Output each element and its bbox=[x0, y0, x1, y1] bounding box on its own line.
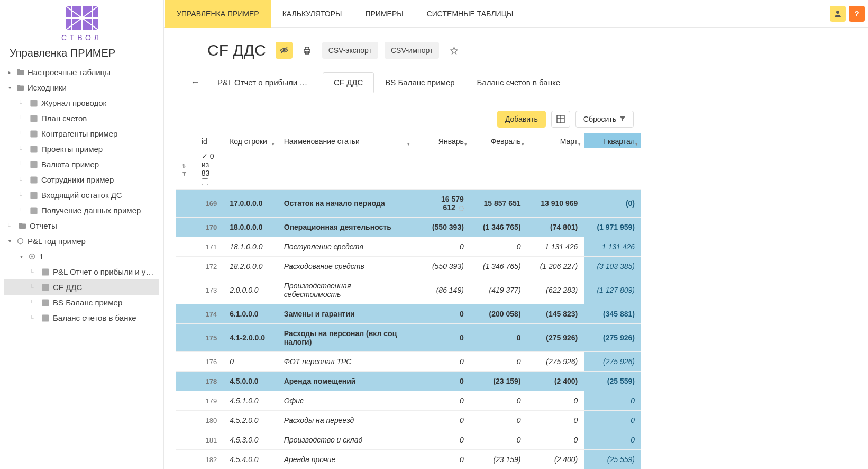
tree-node[interactable]: └Входящий остаток ДС bbox=[4, 187, 159, 203]
tree-node[interactable]: └План счетов bbox=[4, 111, 159, 126]
print-button[interactable] bbox=[299, 42, 316, 59]
cell-q1[interactable]: (25 559) bbox=[584, 372, 641, 391]
chevron-down-icon[interactable]: ▾ bbox=[522, 141, 524, 147]
cell-name[interactable]: Замены и гарантии bbox=[278, 304, 413, 324]
cell-name[interactable]: Расходы на переезд bbox=[278, 411, 413, 430]
cell-feb[interactable]: 0 bbox=[470, 237, 527, 257]
tree-toggle-icon[interactable]: ▾ bbox=[6, 85, 13, 91]
help-button[interactable]: ? bbox=[849, 6, 865, 22]
cell-jan[interactable]: 0 bbox=[413, 304, 470, 324]
user-button[interactable] bbox=[830, 6, 846, 22]
table-row[interactable]: 1804.5.2.0.0Расходы на переезд0000 bbox=[176, 411, 641, 430]
row-checkbox-cell[interactable] bbox=[176, 190, 195, 218]
tree-node[interactable]: ▾P&L год пример bbox=[4, 233, 159, 249]
chevron-down-icon[interactable]: ▾ bbox=[578, 141, 581, 147]
tree-node[interactable]: └Проекты пример bbox=[4, 141, 159, 157]
chevron-down-icon[interactable]: ▾ bbox=[272, 141, 275, 147]
topnav-item[interactable]: КАЛЬКУЛЯТОРЫ bbox=[271, 0, 354, 28]
row-checkbox-cell[interactable] bbox=[176, 430, 195, 450]
reset-button[interactable]: Сбросить bbox=[575, 111, 634, 128]
table-row[interactable]: 1754.1-2.0.0.0Расходы на персонал (вкл с… bbox=[176, 324, 641, 352]
cell-jan[interactable]: 0 bbox=[413, 450, 470, 469]
cell-name[interactable]: ФОТ персонал ТРС bbox=[278, 352, 413, 372]
cell-mar[interactable]: 1 131 426 bbox=[527, 237, 584, 257]
cell-mar[interactable]: (2 400) bbox=[527, 372, 584, 391]
tree-node[interactable]: └P&L Отчет о прибыли и убы… bbox=[4, 264, 159, 279]
visibility-toggle-button[interactable] bbox=[276, 42, 293, 59]
tree-node[interactable]: ▾Исходники bbox=[4, 80, 159, 95]
table-row[interactable]: 17118.1.0.0.0Поступление средств001 131 … bbox=[176, 237, 641, 257]
topnav-item[interactable]: ПРИМЕРЫ bbox=[353, 0, 415, 28]
cell-q1[interactable]: 1 131 426 bbox=[584, 237, 641, 257]
cell-q1[interactable]: (25 559) bbox=[584, 450, 641, 469]
tree-node[interactable]: └BS Баланс пример bbox=[4, 295, 159, 310]
cell-code[interactable]: 4.5.0.0.0 bbox=[223, 372, 278, 391]
cell-mar[interactable]: 0 bbox=[527, 430, 584, 450]
sort-control[interactable]: ⇅ bbox=[176, 148, 195, 190]
columns-button[interactable] bbox=[551, 111, 570, 128]
cell-code[interactable]: 0 bbox=[223, 352, 278, 372]
select-all-checkbox[interactable] bbox=[202, 178, 208, 185]
cell-mar[interactable]: 13 910 969 bbox=[527, 190, 584, 218]
cell-q1[interactable]: (275 926) bbox=[584, 352, 641, 372]
row-checkbox-cell[interactable] bbox=[176, 372, 195, 391]
cell-q1[interactable]: (1 971 959) bbox=[584, 218, 641, 237]
cell-feb[interactable]: (23 159) bbox=[470, 450, 527, 469]
cell-jan[interactable]: 0 bbox=[413, 391, 470, 411]
back-button[interactable]: ← bbox=[184, 77, 206, 88]
cell-name[interactable]: Расходование средств bbox=[278, 257, 413, 276]
cell-mar[interactable]: (2 400) bbox=[527, 450, 584, 469]
cell-feb[interactable]: 0 bbox=[470, 391, 527, 411]
row-checkbox-cell[interactable] bbox=[176, 237, 195, 257]
cell-code[interactable]: 18.1.0.0.0 bbox=[223, 237, 278, 257]
cell-feb[interactable]: (23 159) bbox=[470, 372, 527, 391]
topnav-item[interactable]: УПРАВЛЕНКА ПРИМЕР bbox=[165, 0, 271, 28]
table-row[interactable]: 1784.5.0.0.0Аренда помещений0(23 159)(2 … bbox=[176, 372, 641, 391]
row-checkbox-cell[interactable] bbox=[176, 324, 195, 352]
tree-toggle-icon[interactable]: ▸ bbox=[6, 69, 13, 75]
cell-jan[interactable]: (550 393) bbox=[413, 257, 470, 276]
cell-name[interactable]: Остаток на начало периода bbox=[278, 190, 413, 218]
table-row[interactable]: 1814.5.3.0.0Производство и склад0000 bbox=[176, 430, 641, 450]
cell-jan[interactable]: 16 579 612◌ bbox=[413, 190, 470, 218]
cell-name[interactable]: Производственная себестоимость bbox=[278, 276, 413, 304]
cell-feb[interactable]: (200 058) bbox=[470, 304, 527, 324]
tree-node[interactable]: └Получение данных пример bbox=[4, 203, 159, 218]
col-code-header[interactable]: Код строки▾ bbox=[223, 133, 278, 148]
cell-mar[interactable]: 0 bbox=[527, 391, 584, 411]
cell-mar[interactable]: (1 206 227) bbox=[527, 257, 584, 276]
cell-mar[interactable]: (74 801) bbox=[527, 218, 584, 237]
cell-feb[interactable]: (1 346 765) bbox=[470, 257, 527, 276]
table-row[interactable]: 1824.5.4.0.0Аренда прочие0(23 159)(2 400… bbox=[176, 450, 641, 469]
cell-feb[interactable]: (419 377) bbox=[470, 276, 527, 304]
cell-name[interactable]: Расходы на персонал (вкл соц налоги) bbox=[278, 324, 413, 352]
col-id-header[interactable]: id bbox=[195, 133, 223, 148]
table-row[interactable]: 1732.0.0.0.0Производственная себестоимос… bbox=[176, 276, 641, 304]
subtab[interactable]: BS Баланс пример bbox=[374, 72, 465, 93]
row-checkbox-cell[interactable] bbox=[176, 450, 195, 469]
cell-q1[interactable]: (275 926) bbox=[584, 324, 641, 352]
cell-name[interactable]: Производство и склад bbox=[278, 430, 413, 450]
cell-code[interactable]: 4.5.3.0.0 bbox=[223, 430, 278, 450]
cell-code[interactable]: 4.1-2.0.0.0 bbox=[223, 324, 278, 352]
tree-node[interactable]: └Валюта пример bbox=[4, 157, 159, 172]
cell-feb[interactable]: 0 bbox=[470, 411, 527, 430]
cell-q1[interactable]: (0) bbox=[584, 190, 641, 218]
row-checkbox-cell[interactable] bbox=[176, 257, 195, 276]
cell-mar[interactable]: (275 926) bbox=[527, 352, 584, 372]
cell-q1[interactable]: 0 bbox=[584, 411, 641, 430]
tree-toggle-icon[interactable]: ▾ bbox=[18, 254, 24, 259]
tree-node[interactable]: └Журнал проводок bbox=[4, 95, 159, 111]
cell-code[interactable]: 6.1.0.0.0 bbox=[223, 304, 278, 324]
chevron-down-icon[interactable]: ▾ bbox=[464, 141, 467, 147]
chevron-down-icon[interactable]: ▾ bbox=[635, 141, 638, 147]
cell-code[interactable]: 18.0.0.0.0 bbox=[223, 218, 278, 237]
col-name-header[interactable]: Наименование статьи▾ bbox=[278, 133, 413, 148]
table-row[interactable]: 16917.0.0.0.0Остаток на начало периода16… bbox=[176, 190, 641, 218]
tree-node[interactable]: └Контрагенты пример bbox=[4, 126, 159, 141]
cell-jan[interactable]: 0 bbox=[413, 237, 470, 257]
table-row[interactable]: 17218.2.0.0.0Расходование средств(550 39… bbox=[176, 257, 641, 276]
subtab[interactable]: P&L Отчет о прибыли и уб… bbox=[206, 72, 323, 93]
tree-toggle-icon[interactable]: ▾ bbox=[6, 238, 13, 244]
cell-name[interactable]: Офис bbox=[278, 391, 413, 411]
